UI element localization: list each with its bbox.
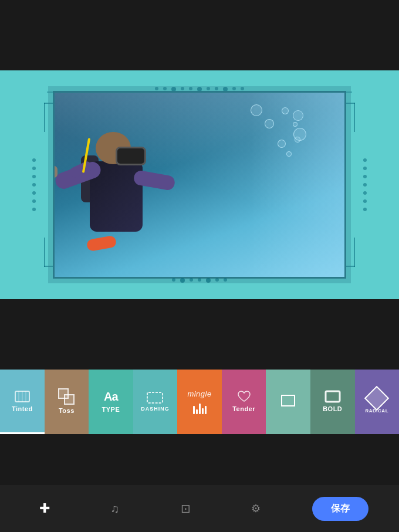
toss-icon (58, 388, 75, 405)
radical-icon (368, 389, 386, 407)
photo-content (55, 93, 344, 277)
svg-rect-4 (147, 392, 163, 403)
filter-bold[interactable]: BOLD (310, 370, 355, 434)
bold-frame-icon (281, 395, 295, 406)
dot (224, 278, 227, 282)
plus-icon: ✚ (39, 501, 50, 516)
dot (215, 87, 218, 90)
music-icon: ♫ (111, 502, 120, 516)
toss-label: Toss (59, 407, 75, 415)
filter-strip: Tinted Toss Aa TYPE DASHING mingle (0, 370, 399, 434)
dashing-icon (147, 392, 163, 404)
media-icon: ⊡ (181, 501, 191, 516)
bold-label: BOLD (323, 405, 342, 413)
add-button[interactable]: ✚ (31, 494, 59, 523)
diver-figure (78, 126, 172, 243)
deco-dots-right (363, 158, 367, 211)
dot (190, 278, 193, 282)
dot (241, 87, 244, 90)
svg-rect-5 (326, 391, 340, 402)
dot (215, 278, 219, 282)
dot (180, 278, 185, 283)
photo-frame[interactable] (53, 91, 346, 279)
filter-tender[interactable]: Tender (222, 370, 266, 434)
save-button[interactable]: 保存 (312, 497, 368, 521)
settings-button[interactable]: ⚙ (242, 494, 270, 523)
dot (198, 278, 201, 282)
media-button[interactable]: ⊡ (171, 494, 200, 523)
filter-toss[interactable]: Toss (45, 370, 89, 434)
filter-radical[interactable]: RADICAL (355, 370, 400, 434)
filter-dashing[interactable]: DASHING (133, 370, 178, 434)
type-label: TYPE (102, 406, 120, 414)
mingle-label: mingle (187, 389, 211, 399)
dot (189, 87, 192, 90)
type-icon: Aa (104, 390, 118, 404)
top-bar (0, 0, 399, 70)
canvas-area (0, 70, 399, 299)
dots-bottom (172, 278, 227, 283)
bottom-toolbar: ✚ ♫ ⊡ ⚙ 保存 (0, 485, 399, 532)
corner-line-tr-v (354, 103, 355, 132)
dashing-label: DASHING (141, 406, 170, 412)
equalizer-icon (193, 404, 207, 414)
tinted-label: Tinted (12, 405, 33, 413)
middle-dark-section (0, 299, 399, 370)
tinted-icon (14, 390, 31, 403)
filter-bold-frame[interactable] (266, 370, 310, 434)
dot (206, 278, 211, 283)
save-label: 保存 (331, 503, 350, 515)
dot (163, 87, 167, 90)
dot (232, 87, 236, 90)
dot (181, 87, 184, 90)
settings-icon: ⚙ (251, 502, 261, 515)
dot (207, 87, 210, 90)
water-light-right (251, 93, 344, 277)
corner-line-tl-v (44, 103, 45, 132)
deco-dots-left (32, 158, 36, 211)
filter-type[interactable]: Aa TYPE (89, 370, 133, 434)
tender-label: Tender (232, 405, 255, 413)
tender-icon (236, 390, 252, 403)
filter-tinted[interactable]: Tinted (0, 370, 45, 434)
music-button[interactable]: ♫ (101, 494, 129, 523)
bold-icon (324, 390, 341, 403)
corner-line-br-v (354, 238, 355, 267)
dot (155, 87, 158, 90)
filter-mingle[interactable]: mingle (177, 370, 222, 434)
corner-line-bl-v (44, 238, 45, 267)
dot (172, 278, 175, 282)
